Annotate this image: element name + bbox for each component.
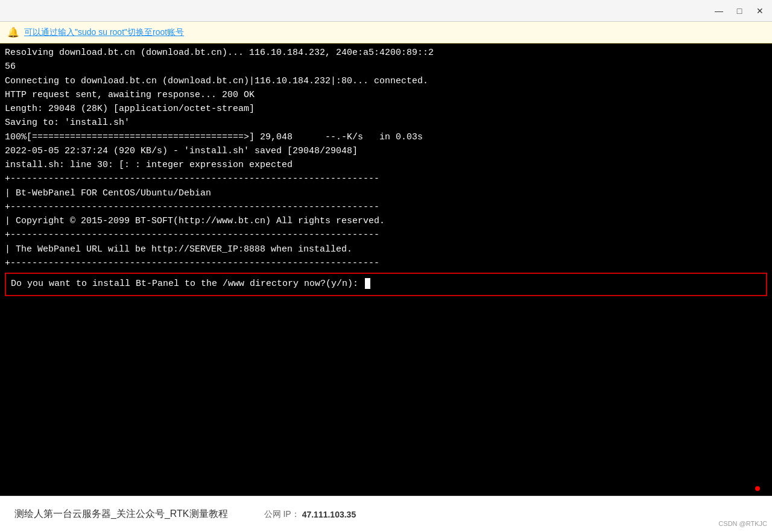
terminal-area[interactable]: Resolving download.bt.cn (download.bt.cn… (0, 43, 772, 496)
bottom-ip-value: 47.111.103.35 (302, 510, 356, 519)
terminal-line: +---------------------------------------… (5, 200, 767, 214)
terminal-cursor (365, 278, 370, 289)
watermark: CSDN @RTKJC (718, 520, 767, 527)
terminal-line: 2022-05-05 22:37:24 (920 KB/s) - 'instal… (5, 144, 767, 158)
terminal-line: +---------------------------------------… (5, 256, 767, 270)
maximize-button[interactable]: □ (730, 2, 749, 19)
terminal-line: HTTP request sent, awaiting response... … (5, 88, 767, 102)
notification-text[interactable]: 可以通过输入"sudo su root"切换至root账号 (24, 27, 184, 38)
terminal-line: Resolving download.bt.cn (download.bt.cn… (5, 46, 767, 60)
bottom-ip-label: 公网 IP： (264, 509, 300, 520)
minimize-button[interactable]: — (709, 2, 729, 19)
main-window: — □ ✕ 🔔 可以通过输入"sudo su root"切换至root账号 Re… (0, 0, 772, 532)
bottom-title: 测绘人第一台云服务器_关注公众号_RTK测量教程 (14, 508, 228, 521)
terminal-line: +---------------------------------------… (5, 172, 767, 186)
terminal-line: 100%[===================================… (5, 130, 767, 144)
terminal-prompt-text: Do you want to install Bt-Panel to the /… (11, 279, 364, 289)
red-dot (755, 486, 760, 491)
terminal-line: install.sh: line 30: [: : integer expres… (5, 158, 767, 172)
terminal-line: | Bt-WebPanel FOR CentOS/Ubuntu/Debian (5, 186, 767, 200)
bottom-bar: 测绘人第一台云服务器_关注公众号_RTK测量教程 公网 IP： 47.111.1… (0, 496, 772, 532)
terminal-line: | Copyright © 2015-2099 BT-SOFT(http://w… (5, 214, 767, 228)
terminal-prompt-box: Do you want to install Bt-Panel to the /… (5, 273, 767, 296)
terminal-output: Resolving download.bt.cn (download.bt.cn… (5, 46, 767, 270)
window-controls: — □ ✕ (709, 2, 770, 19)
terminal-line: Connecting to download.bt.cn (download.b… (5, 74, 767, 88)
terminal-line: Length: 29048 (28K) [application/octet-s… (5, 102, 767, 116)
bell-icon: 🔔 (7, 27, 19, 38)
close-button[interactable]: ✕ (750, 2, 770, 19)
terminal-line: 56 (5, 60, 767, 74)
notification-bar: 🔔 可以通过输入"sudo su root"切换至root账号 (0, 22, 772, 43)
terminal-line: +---------------------------------------… (5, 228, 767, 242)
terminal-line: Saving to: 'install.sh' (5, 116, 767, 130)
terminal-line: | The WebPanel URL will be http://SERVER… (5, 242, 767, 256)
title-bar: — □ ✕ (0, 0, 772, 22)
